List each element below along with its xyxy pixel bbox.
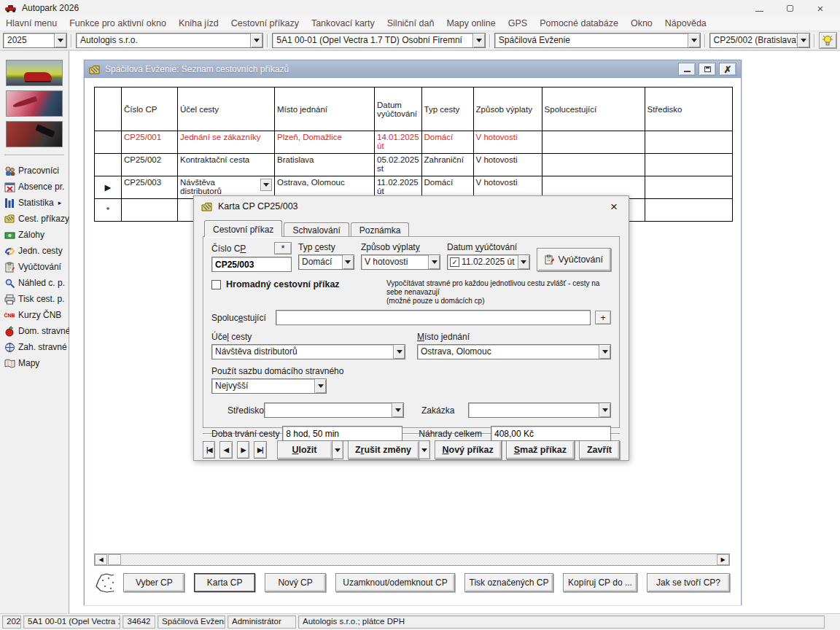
datum-arrow-icon[interactable] bbox=[518, 255, 529, 269]
app-restore-button[interactable] bbox=[785, 3, 795, 13]
cell-typ[interactable]: Zahraniční bbox=[421, 154, 473, 176]
tab-cestovni-prikaz[interactable]: Cestovní příkaz bbox=[204, 220, 282, 237]
zakazka-arrow-icon[interactable] bbox=[599, 403, 610, 417]
company-select[interactable]: Autologis s.r.o. bbox=[76, 33, 263, 48]
typ-cesty-arrow-icon[interactable] bbox=[342, 255, 354, 269]
sidebar-item-statistika[interactable]: Statistika ▸ bbox=[0, 195, 69, 211]
sidebar-photo-fuel[interactable] bbox=[6, 121, 63, 147]
hromadny-checkbox-box[interactable] bbox=[211, 280, 221, 289]
cell-datum[interactable]: 14.01.2025 út bbox=[375, 131, 422, 154]
header-ucel-cesty[interactable]: Účel cesty bbox=[178, 88, 275, 131]
hromadny-checkbox[interactable]: Hromadný cestovní příkaz bbox=[211, 279, 386, 289]
cislo-cp-input[interactable] bbox=[211, 257, 292, 272]
tab-schvalovani[interactable]: Schvalování bbox=[284, 222, 349, 236]
row-selector[interactable] bbox=[95, 131, 122, 154]
cell-typ[interactable]: Domácí bbox=[421, 131, 473, 154]
misto-jednani-arrow-icon[interactable] bbox=[599, 345, 610, 359]
sidebar-item-kurzy-cnb[interactable]: ČNB Kurzy ČNB bbox=[0, 307, 69, 323]
cell-ucel[interactable]: Kontraktační cesta bbox=[178, 154, 275, 176]
child-close-button[interactable]: ✗ bbox=[719, 63, 736, 76]
scrollbar-thumb[interactable] bbox=[108, 554, 121, 565]
cell-datum[interactable]: 05.02.2025 st bbox=[375, 154, 422, 176]
child-restore-button[interactable] bbox=[699, 63, 716, 76]
cell-zpusob[interactable]: V hotovosti bbox=[473, 131, 542, 154]
cell-stredisko[interactable] bbox=[645, 131, 732, 154]
header-stredisko[interactable]: Středisko bbox=[645, 88, 732, 131]
uzamknout-button[interactable]: Uzamknout/odemknout CP bbox=[335, 573, 455, 592]
sazba-arrow-icon[interactable] bbox=[314, 379, 326, 393]
jak-se-tvori-button[interactable]: Jak se tvoří CP? bbox=[647, 573, 730, 592]
app-close-button[interactable]: × bbox=[815, 3, 825, 13]
header-spolucestujici[interactable]: Spolucestující bbox=[542, 88, 645, 131]
menu-okno[interactable]: Okno bbox=[631, 18, 653, 28]
app-minimize-button[interactable] bbox=[754, 3, 764, 13]
menu-hlavni-menu[interactable]: Hlavní menu bbox=[6, 18, 57, 28]
sidebar-item-cest-prikazy[interactable]: Cest. příkazy bbox=[0, 211, 69, 227]
sidebar-photo-airplane[interactable] bbox=[6, 90, 63, 117]
ulozit-dropdown-arrow-icon[interactable] bbox=[332, 440, 343, 459]
employee-select-arrow-icon[interactable] bbox=[688, 34, 700, 47]
table-row[interactable]: CP25/002 Kontraktační cesta Bratislava 0… bbox=[95, 154, 733, 176]
table-row[interactable]: CP25/001 Jednání se zákazníky Plzeň, Dom… bbox=[95, 131, 733, 154]
horizontal-scrollbar[interactable]: ◀ ▶ bbox=[94, 553, 730, 566]
nav-next-button[interactable]: ▶ bbox=[237, 441, 249, 459]
cell-cislo-cp[interactable]: CP25/001 bbox=[122, 131, 178, 154]
nav-last-button[interactable]: ▶| bbox=[254, 441, 266, 459]
datum-vyuctovani-select[interactable]: ✓ 11.02.2025 út bbox=[447, 254, 530, 270]
sidebar-item-pracovnici[interactable]: Pracovníci bbox=[0, 163, 69, 179]
header-datum-vyuctovani[interactable]: Datum vyúčtování bbox=[375, 88, 422, 131]
menu-tankovaci-karty[interactable]: Tankovací karty bbox=[311, 18, 375, 28]
header-cislo-cp[interactable]: Číslo CP bbox=[122, 88, 178, 131]
menu-funkce-pro-aktivni-okno[interactable]: Funkce pro aktivní okno bbox=[69, 18, 166, 28]
zavrit-button[interactable]: Zavřít bbox=[579, 440, 620, 459]
smaz-prikaz-button[interactable]: Smaž příkaz bbox=[506, 440, 575, 459]
generate-number-button[interactable]: * bbox=[274, 242, 292, 254]
ulozit-button[interactable]: Uložit bbox=[277, 440, 332, 459]
year-select-arrow-icon[interactable] bbox=[54, 34, 66, 47]
typ-cesty-select[interactable]: Domácí bbox=[298, 254, 354, 270]
scroll-right-icon[interactable]: ▶ bbox=[717, 554, 729, 565]
menu-pomocne-databaze[interactable]: Pomocné databáze bbox=[540, 18, 618, 28]
dialog-close-button[interactable]: × bbox=[607, 201, 621, 213]
nav-prev-button[interactable]: ◀ bbox=[219, 441, 232, 459]
header-zpusob-vyplaty[interactable]: Způsob výplaty bbox=[473, 88, 542, 131]
sidebar-item-zah-stravne[interactable]: Zah. stravné bbox=[0, 339, 69, 355]
cell-zpusob[interactable]: V hotovosti bbox=[473, 154, 542, 176]
menu-gps[interactable]: GPS bbox=[508, 18, 527, 28]
vyuctovani-button[interactable]: Vyúčtování bbox=[537, 248, 611, 271]
menu-mapy-online[interactable]: Mapy online bbox=[446, 18, 495, 28]
novy-prikaz-button[interactable]: Nový příkaz bbox=[435, 440, 502, 459]
zakazka-select[interactable] bbox=[468, 402, 611, 418]
sidebar-item-absence[interactable]: Absence pr. bbox=[0, 179, 69, 195]
dialog-titlebar[interactable]: Karta CP CP25/003 × bbox=[194, 196, 629, 217]
misto-jednani-select[interactable]: Ostrava, Olomouc bbox=[417, 344, 611, 359]
trip-select[interactable]: CP25/002 (Bratislava) bbox=[709, 33, 810, 48]
year-select[interactable]: 2025 bbox=[3, 33, 67, 48]
vehicle-select-arrow-icon[interactable] bbox=[472, 34, 485, 47]
ucel-cesty-select[interactable]: Návštěva distributorů bbox=[211, 344, 405, 359]
spolucestujici-input[interactable] bbox=[276, 310, 591, 325]
cell-spolucestujici[interactable] bbox=[542, 154, 645, 176]
cell-cislo-cp[interactable]: CP25/002 bbox=[122, 154, 178, 176]
novy-cp-button[interactable]: Nový CP bbox=[265, 573, 326, 592]
cell-combo-arrow-icon[interactable] bbox=[260, 179, 272, 191]
cell-misto[interactable]: Plzeň, Domažlice bbox=[275, 131, 375, 154]
sidebar-item-mapy[interactable]: Mapy bbox=[0, 355, 69, 371]
nav-first-button[interactable]: |◀ bbox=[203, 441, 215, 459]
sidebar-item-vyuctovani[interactable]: Vyúčtování bbox=[0, 259, 69, 275]
sidebar-item-tisk[interactable]: Tisk cest. p. bbox=[0, 291, 69, 307]
zrusit-dropdown-arrow-icon[interactable] bbox=[419, 440, 430, 459]
sazba-select[interactable]: Nejvyšší bbox=[211, 378, 327, 394]
vyber-cp-button[interactable]: Vyber CP bbox=[123, 573, 184, 592]
ucel-cesty-arrow-icon[interactable] bbox=[393, 345, 405, 359]
cell-misto[interactable]: Bratislava bbox=[275, 154, 375, 176]
sidebar-item-jedn-cesty[interactable]: Jedn. cesty bbox=[0, 243, 69, 259]
sidebar-item-zalohy[interactable]: Zálohy bbox=[0, 227, 69, 243]
kopiruj-cp-button[interactable]: Kopíruj CP do ... bbox=[563, 573, 637, 592]
karta-cp-button[interactable]: Karta CP bbox=[194, 573, 255, 592]
cell-stredisko[interactable] bbox=[645, 176, 732, 199]
employee-select[interactable]: Spáčilová Evženie bbox=[494, 33, 701, 48]
cell-cislo-cp[interactable]: CP25/003 bbox=[122, 176, 178, 199]
zpusob-vyplaty-select[interactable]: V hotovosti bbox=[361, 254, 440, 270]
stredisko-select[interactable] bbox=[264, 402, 404, 418]
